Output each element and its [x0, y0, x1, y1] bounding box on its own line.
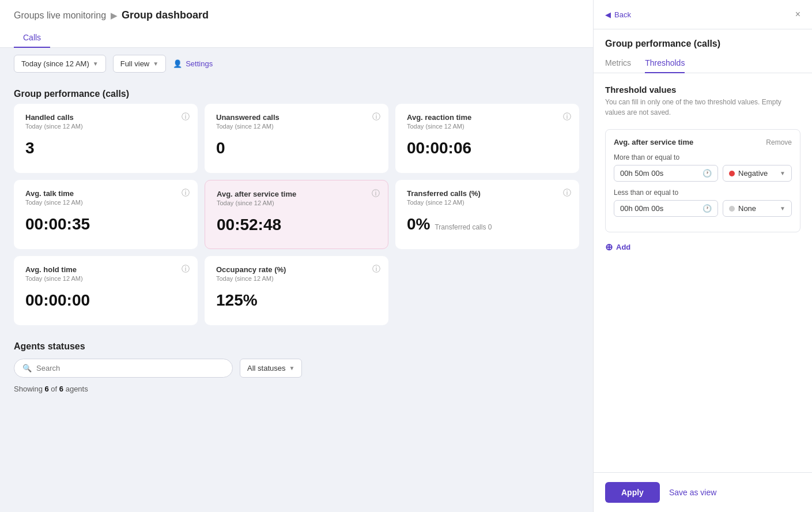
status-dot-negative — [729, 171, 735, 176]
time-input-less[interactable]: 🕐 — [614, 200, 718, 217]
remove-button[interactable]: Remove — [766, 138, 792, 146]
threshold-more-label: More than or equal to — [614, 153, 792, 161]
card-value: 3 — [25, 139, 186, 157]
status-select-less[interactable]: None ▼ — [723, 200, 792, 217]
card-title: Avg. talk time — [25, 189, 186, 198]
threshold-less-label: Less than or equal to — [614, 189, 792, 197]
card-subtitle: Today (since 12 AM) — [407, 199, 568, 206]
view-filter-dropdown[interactable]: Full view ▼ — [113, 55, 166, 73]
card-unanswered-calls: ⓘ Unanswered calls Today (since 12 AM) 0 — [205, 104, 388, 173]
info-icon[interactable]: ⓘ — [563, 188, 571, 198]
breadcrumb: Groups live monitoring ▶ Group dashboard — [14, 9, 579, 21]
toolbar: Today (since 12 AM) ▼ Full view ▼ 👤 Sett… — [0, 48, 593, 80]
threshold-row-less: 🕐 None ▼ — [614, 200, 792, 217]
chevron-down-icon: ▼ — [780, 205, 785, 212]
card-subtitle: Today (since 12 AM) — [217, 199, 376, 206]
back-label: Back — [614, 10, 631, 19]
info-icon[interactable]: ⓘ — [182, 188, 190, 198]
card-title: Transferred calls (%) — [407, 189, 568, 198]
card-title: Unanswered calls — [216, 113, 377, 122]
panel-header: ◀ Back × — [594, 0, 812, 29]
chevron-down-icon: ▼ — [780, 170, 785, 176]
main-area: Groups live monitoring ▶ Group dashboard… — [0, 0, 593, 512]
panel-body: Threshold values You can fill in only on… — [594, 73, 812, 472]
apply-button[interactable]: Apply — [605, 482, 660, 503]
card-value: 0 — [216, 139, 377, 157]
breadcrumb-current: Group dashboard — [122, 9, 209, 21]
status-label-none: None — [738, 204, 756, 213]
card-value: 00:52:48 — [217, 216, 376, 234]
threshold-section-title: Threshold values — [605, 85, 800, 95]
time-value-less-input[interactable] — [620, 204, 699, 213]
status-filter-label: All statuses — [247, 364, 285, 372]
close-button[interactable]: × — [795, 9, 800, 20]
card-handled-calls: ⓘ Handled calls Today (since 12 AM) 3 — [14, 104, 198, 173]
card-value: 00:00:35 — [25, 215, 186, 234]
add-threshold-button[interactable]: ⊕ Add — [605, 242, 630, 253]
panel-tabs: Metrics Thresholds — [594, 49, 812, 73]
card-subtitle: Today (since 12 AM) — [25, 199, 186, 206]
card-value: 0% — [407, 215, 430, 234]
info-icon[interactable]: ⓘ — [372, 264, 380, 274]
date-filter-label: Today (since 12 AM) — [21, 59, 89, 68]
card-value: 00:00:00 — [25, 291, 186, 310]
info-icon[interactable]: ⓘ — [563, 112, 571, 122]
info-icon[interactable]: ⓘ — [182, 264, 190, 274]
chevron-down-icon: ▼ — [153, 61, 158, 67]
card-subtitle: Today (since 12 AM) — [216, 275, 377, 282]
view-filter-label: Full view — [120, 59, 150, 68]
section-title: Group performance (calls) — [0, 80, 593, 104]
search-icon: 🔍 — [22, 364, 32, 372]
status-dot-none — [729, 206, 735, 212]
threshold-block-label: Avg. after service time — [614, 138, 693, 146]
info-icon[interactable]: ⓘ — [372, 112, 380, 122]
tab-calls[interactable]: Calls — [14, 28, 50, 48]
info-icon[interactable]: ⓘ — [182, 112, 190, 122]
card-title: Avg. reaction time — [407, 113, 568, 122]
card-avg-after-service-time: ⓘ Avg. after service time Today (since 1… — [205, 180, 388, 249]
back-arrow-icon: ◀ — [605, 10, 611, 19]
add-label: Add — [616, 243, 630, 251]
clock-icon: 🕐 — [703, 169, 712, 178]
chevron-down-icon: ▼ — [289, 365, 294, 371]
threshold-description: You can fill in only one of the two thre… — [605, 97, 800, 118]
chevron-down-icon: ▼ — [93, 61, 99, 67]
card-transferred-calls: ⓘ Transferred calls (%) Today (since 12 … — [395, 180, 579, 249]
card-value: 125% — [216, 291, 377, 310]
time-value-more-input[interactable] — [620, 169, 699, 178]
settings-button[interactable]: 👤 Settings — [173, 59, 213, 68]
card-occupancy-rate: ⓘ Occupancy rate (%) Today (since 12 AM)… — [205, 256, 388, 325]
threshold-block-header: Avg. after service time Remove — [614, 138, 792, 146]
card-value: 00:00:06 — [407, 139, 568, 157]
card-title: Avg. hold time — [25, 265, 186, 274]
clock-icon: 🕐 — [703, 204, 712, 213]
agents-count: Showing 6 of 6 agents — [14, 382, 579, 396]
back-button[interactable]: ◀ Back — [605, 10, 631, 19]
tab-metrics[interactable]: Metrics — [605, 54, 631, 73]
time-input-more[interactable]: 🕐 — [614, 165, 718, 182]
tab-thresholds[interactable]: Thresholds — [645, 54, 685, 73]
header: Groups live monitoring ▶ Group dashboard… — [0, 0, 593, 48]
settings-icon: 👤 — [173, 59, 182, 68]
threshold-row-more: 🕐 Negative ▼ — [614, 165, 792, 182]
agents-title: Agents statuses — [14, 341, 579, 352]
card-subtitle: Today (since 12 AM) — [407, 123, 568, 130]
status-filter-dropdown[interactable]: All statuses ▼ — [240, 359, 302, 378]
card-subtitle: Today (since 12 AM) — [216, 123, 377, 130]
search-box: 🔍 — [14, 359, 233, 378]
cards-grid: ⓘ Handled calls Today (since 12 AM) 3 ⓘ … — [0, 104, 593, 332]
save-view-button[interactable]: Save as view — [669, 488, 716, 497]
right-panel: ◀ Back × Group performance (calls) Metri… — [593, 0, 812, 512]
breadcrumb-parent[interactable]: Groups live monitoring — [14, 10, 106, 21]
status-select-more[interactable]: Negative ▼ — [723, 165, 792, 182]
empty-card — [395, 256, 579, 325]
search-input[interactable] — [36, 364, 224, 372]
plus-icon: ⊕ — [605, 242, 613, 253]
status-label-negative: Negative — [738, 169, 768, 178]
date-filter-dropdown[interactable]: Today (since 12 AM) ▼ — [14, 55, 106, 73]
agents-toolbar: 🔍 All statuses ▼ — [14, 359, 579, 378]
card-title: Occupancy rate (%) — [216, 265, 377, 274]
card-title: Handled calls — [25, 113, 186, 122]
info-icon[interactable]: ⓘ — [372, 189, 380, 199]
card-extra: Transferred calls 0 — [435, 223, 492, 231]
